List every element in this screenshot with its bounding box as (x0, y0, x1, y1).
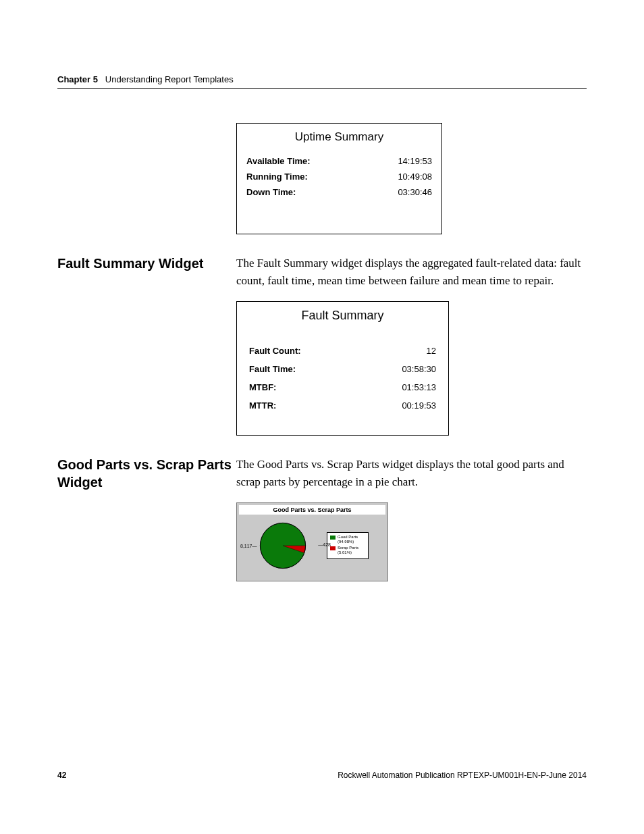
uptime-available-label: Available Time: (246, 156, 311, 166)
uptime-down-value: 03:30:46 (398, 187, 432, 197)
page-footer: 42 Rockwell Automation Publication RPTEX… (57, 771, 587, 780)
pie-scrap-label: —428 (318, 542, 331, 547)
chapter-number: Chapter 5 (57, 74, 98, 84)
legend-good-swatch (330, 536, 336, 540)
fault-mttr-value: 00:19:53 (402, 400, 436, 411)
uptime-row-available: Available Time: 14:19:53 (237, 153, 441, 169)
uptime-row-down: Down Time: 03:30:46 (237, 184, 441, 200)
legend-scrap-text: Scrap Parts (5.01%) (338, 546, 365, 555)
uptime-running-value: 10:49:08 (398, 172, 432, 182)
uptime-title: Uptime Summary (237, 130, 441, 144)
uptime-row-running: Running Time: 10:49:08 (237, 169, 441, 184)
fault-time-value: 03:58:30 (402, 364, 436, 374)
fault-mtbf-value: 01:53:13 (402, 382, 436, 392)
chapter-title: Understanding Report Templates (105, 74, 234, 84)
fault-row-mtbf: MTBF: 01:53:13 (237, 378, 448, 396)
fault-count-value: 12 (427, 346, 436, 356)
pie-chart-icon (256, 519, 310, 573)
fault-row-mttr: MTTR: 00:19:53 (237, 396, 448, 415)
pie-good-label: 8,117— (240, 544, 257, 548)
uptime-running-label: Running Time: (246, 172, 308, 182)
fault-time-label: Fault Time: (249, 364, 296, 374)
legend-good-text: Good Parts (94.98%) (338, 535, 365, 544)
fault-mttr-label: MTTR: (249, 400, 276, 411)
fault-count-label: Fault Count: (249, 346, 301, 356)
publication-info: Rockwell Automation Publication RPTEXP-U… (338, 771, 587, 780)
uptime-summary-panel: Uptime Summary Available Time: 14:19:53 … (236, 123, 442, 234)
fault-row-time: Fault Time: 03:58:30 (237, 360, 448, 378)
fault-mtbf-label: MTBF: (249, 382, 276, 392)
legend-scrap-swatch (330, 546, 336, 550)
goodparts-heading: Good Parts vs. Scrap Parts Widget (57, 456, 236, 491)
fault-summary-panel: Fault Summary Fault Count: 12 Fault Time… (236, 301, 449, 436)
fault-row-count: Fault Count: 12 (237, 342, 448, 360)
page-number: 42 (57, 771, 66, 780)
fault-heading: Fault Summary Widget (57, 255, 236, 272)
uptime-down-label: Down Time: (246, 187, 296, 197)
goodparts-text: The Good Parts vs. Scrap Parts widget di… (236, 456, 587, 490)
goodparts-card-title: Good Parts vs. Scrap Parts (239, 505, 385, 515)
uptime-available-value: 14:19:53 (398, 156, 432, 166)
page-header: Chapter 5 Understanding Report Templates (57, 74, 587, 89)
pie-legend: Good Parts (94.98%) Scrap Parts (5.01%) (327, 532, 369, 560)
goodparts-chart-card: Good Parts vs. Scrap Parts 8,117— —428 (236, 502, 388, 581)
fault-title: Fault Summary (237, 309, 448, 323)
fault-text: The Fault Summary widget displays the ag… (236, 255, 587, 289)
legend-scrap: Scrap Parts (5.01%) (330, 546, 365, 555)
legend-good: Good Parts (94.98%) (330, 535, 365, 544)
